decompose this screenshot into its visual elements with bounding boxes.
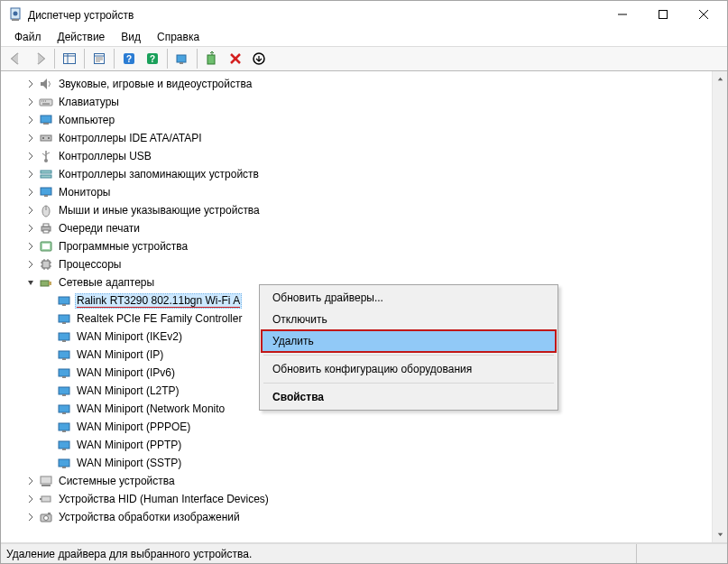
expand-icon[interactable] [24,258,37,271]
svg-rect-59 [41,281,49,286]
context-disable[interactable]: Отключить [262,309,556,330]
update-drivers-button[interactable]: ? [142,48,163,69]
tree-item[interactable]: Мониторы [24,183,712,201]
network-adapter-icon [57,438,71,452]
disable-device-button[interactable] [248,48,270,69]
tree-label: WAN Miniport (L2TP) [75,384,181,398]
expand-icon[interactable] [24,204,37,217]
expand-icon[interactable] [24,222,37,235]
svg-rect-4 [659,11,667,19]
tree-item[interactable]: Программные устройства [24,237,712,255]
collapse-icon[interactable] [24,276,37,289]
close-button[interactable] [683,2,723,27]
menu-action[interactable]: Действие [50,29,114,45]
tree-item[interactable]: Устройства HID (Human Interface Devices) [24,490,712,508]
tree-label: Мыши и иные указывающие устройства [57,203,262,217]
minimize-button[interactable] [602,2,642,27]
svg-rect-42 [44,195,48,197]
expand-icon[interactable] [24,78,37,90]
expand-icon[interactable] [24,168,37,180]
scan-hw-button[interactable] [171,48,193,69]
tree-item[interactable]: WAN Miniport (PPPOE) [42,418,712,436]
network-adapter-icon [57,456,71,470]
enable-device-button[interactable] [201,48,223,69]
help-button[interactable]: ? [118,48,140,69]
context-scan-hardware[interactable]: Обновить конфигурацию оборудования [262,358,556,380]
svg-rect-67 [59,351,69,358]
tree-label: Сетевые адаптеры [57,275,156,290]
tree-item[interactable]: Звуковые, игровые и видеоустройства [24,75,712,93]
tree-item[interactable]: Контроллеры IDE ATA/ATAPI [24,129,712,147]
tree-item[interactable]: Компьютер [24,111,712,129]
usb-icon [39,149,53,163]
device-tree[interactable]: Звуковые, игровые и видеоустройства Клав… [1,71,712,542]
expand-icon[interactable] [24,475,37,487]
tree-item[interactable]: Контроллеры запоминающих устройств [24,165,712,183]
scroll-down-button[interactable] [713,527,727,542]
tree-item[interactable]: Системные устройства [24,472,712,490]
expand-icon[interactable] [24,96,37,108]
maximize-button[interactable] [642,2,683,27]
tree-item[interactable]: Клавиатуры [24,93,712,111]
svg-rect-81 [41,476,51,484]
svg-rect-75 [59,423,69,430]
toolbar-sep [167,49,168,69]
tree-label: Устройства HID (Human Interface Devices) [57,492,271,506]
svg-rect-80 [62,467,66,468]
tree-label: WAN Miniport (PPPOE) [75,420,192,434]
tree-item[interactable]: Очереди печати [24,219,712,237]
expand-icon[interactable] [24,150,37,162]
context-properties[interactable]: Свойства [262,386,556,408]
app-icon [8,7,23,22]
back-button[interactable] [5,48,27,69]
tree-item[interactable]: Процессоры [24,255,712,273]
properties-button[interactable] [88,48,110,69]
svg-rect-79 [59,459,69,467]
forward-button[interactable] [29,48,51,69]
show-hide-tree-button[interactable] [59,48,80,69]
expand-icon[interactable] [24,511,37,523]
toolbar: ? ? [1,46,727,71]
tree-item[interactable]: Контроллеры USB [24,147,712,165]
expand-icon[interactable] [24,186,37,199]
imaging-icon [39,510,53,524]
expand-icon[interactable] [24,240,37,253]
status-text: Удаление драйвера для выбранного устройс… [6,548,252,560]
svg-rect-69 [59,369,69,376]
svg-point-33 [42,137,44,139]
tree-item[interactable]: WAN Miniport (PPTP) [42,436,712,454]
vertical-scrollbar[interactable] [712,71,727,542]
svg-rect-60 [49,282,51,285]
network-adapter-icon [57,402,71,416]
menubar: Файл Действие Вид Справка [1,28,727,46]
svg-rect-19 [177,55,186,62]
svg-rect-39 [41,171,51,173]
scroll-up-button[interactable] [713,71,727,87]
hid-icon [39,492,53,506]
tree-label: Устройства обработки изображений [57,510,242,524]
context-delete[interactable]: Удалить [261,329,557,353]
tree-label: WAN Miniport (IPv6) [75,365,177,380]
tree-label: Программные устройства [57,239,189,254]
storage-icon [39,167,53,181]
context-menu: Обновить драйверы... Отключить Удалить О… [259,284,558,411]
menu-help[interactable]: Справка [149,29,207,45]
context-update-drivers[interactable]: Обновить драйверы... [262,287,556,309]
context-separator [263,383,554,384]
monitor-icon [39,185,53,199]
tree-item[interactable]: WAN Miniport (SSTP) [42,454,712,472]
tree-item[interactable]: Мыши и иные указывающие устройства [24,201,712,219]
tree-item[interactable]: Устройства обработки изображений [24,508,712,526]
menu-file[interactable]: Файл [6,29,50,45]
expand-icon[interactable] [24,114,37,126]
svg-rect-63 [59,315,69,322]
network-adapter-icon [39,275,53,290]
svg-rect-20 [180,62,183,64]
menu-view[interactable]: Вид [113,29,149,45]
svg-rect-72 [62,394,66,396]
expand-icon[interactable] [24,132,37,144]
svg-rect-25 [40,99,52,106]
tree-label: Клавиатуры [57,95,121,109]
expand-icon[interactable] [24,493,37,505]
uninstall-device-button[interactable] [225,48,246,69]
